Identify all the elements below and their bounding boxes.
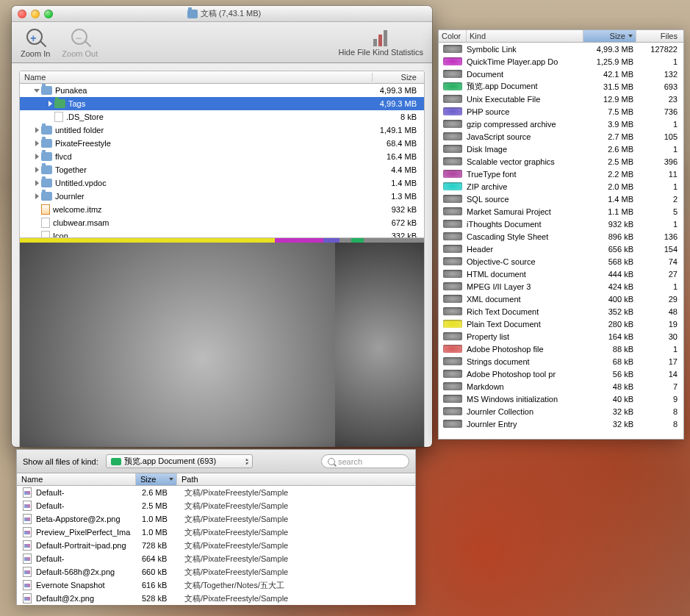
kind-row[interactable]: Symbolic Link4,99.3 MB127822 bbox=[439, 43, 683, 55]
col-size-header[interactable]: Size bbox=[373, 73, 424, 82]
color-swatch bbox=[443, 195, 462, 203]
kind-files: 693 bbox=[636, 82, 683, 91]
tree-row[interactable]: Tags4,99.3 MB bbox=[20, 97, 424, 110]
tree-row[interactable]: Journler1.3 MB bbox=[20, 190, 424, 203]
kind-name: Market Samurai Project bbox=[467, 207, 586, 216]
kind-row[interactable]: 预览.app Document31.5 MB693 bbox=[439, 80, 683, 93]
tree-row[interactable]: Icon332 kB bbox=[20, 229, 424, 238]
kind-row[interactable]: Rich Text Document352 kB48 bbox=[439, 305, 683, 318]
row-size: 932 kB bbox=[373, 205, 424, 214]
kind-row[interactable]: Header656 kB154 bbox=[439, 243, 683, 255]
minimize-icon[interactable] bbox=[31, 10, 40, 18]
list-item[interactable]: Default-Portrait~ipad.png728 kB文稿/Pixate… bbox=[17, 539, 415, 552]
kind-list[interactable]: Symbolic Link4,99.3 MB127822QuickTime Pl… bbox=[439, 43, 683, 439]
kind-header[interactable]: Color Kind Size Files bbox=[439, 30, 683, 43]
kind-row[interactable]: iThoughts Document932 kB1 bbox=[439, 218, 683, 230]
tree-scroll[interactable]: Punakea4,99.3 MBTags4,99.3 MB.DS_Store8 … bbox=[20, 84, 424, 238]
tree-row[interactable]: Untitled.vpdoc1.4 MB bbox=[20, 176, 424, 190]
kind-row[interactable]: MPEG I/II Layer 3424 kB1 bbox=[439, 280, 683, 293]
col-name-header[interactable]: Name bbox=[17, 473, 136, 485]
col-color-header[interactable]: Color bbox=[439, 30, 467, 42]
disclosure-triangle-icon[interactable] bbox=[33, 193, 40, 200]
kind-row[interactable]: Plain Text Document280 kB19 bbox=[439, 318, 683, 330]
file-name: Default- bbox=[36, 554, 139, 563]
tree-row[interactable]: clubwear.msam672 kB bbox=[20, 216, 424, 229]
kind-row[interactable]: Journler Collection32 kB8 bbox=[439, 405, 683, 418]
kind-row[interactable]: SQL source1.4 MB2 bbox=[439, 193, 683, 205]
disclosure-triangle-icon[interactable] bbox=[33, 179, 40, 187]
disclosure-triangle-icon[interactable] bbox=[33, 87, 40, 94]
color-swatch bbox=[443, 57, 462, 65]
tree-row[interactable]: flvcd16.4 MB bbox=[20, 150, 424, 163]
zoom-icon[interactable] bbox=[44, 10, 53, 18]
tree-row[interactable]: Together4.4 MB bbox=[20, 163, 424, 176]
kind-row[interactable]: gzip compressed archive3.9 MB1 bbox=[439, 118, 683, 130]
treemap-block[interactable] bbox=[20, 243, 335, 447]
col-size-header-sorted[interactable]: Size bbox=[583, 30, 636, 42]
col-path-header[interactable]: Path bbox=[177, 473, 415, 485]
lower-file-list[interactable]: Default-2.6 MB文稿/PixateFreestyle/SampleD… bbox=[17, 486, 415, 605]
list-item[interactable]: Evernote Snapshot616 kB文稿/Together/Notes… bbox=[17, 579, 415, 592]
list-item[interactable]: Default-664 kB文稿/PixateFreestyle/Sample bbox=[17, 552, 415, 565]
kind-row[interactable]: Property list164 kB30 bbox=[439, 330, 683, 343]
kind-row[interactable]: HTML document444 kB27 bbox=[439, 268, 683, 280]
disclosure-triangle-icon[interactable] bbox=[33, 166, 40, 173]
kind-row[interactable]: Disk Image2.6 MB1 bbox=[439, 143, 683, 155]
tree-row[interactable]: PixateFreestyle68.4 MB bbox=[20, 137, 424, 150]
kind-row[interactable]: ZIP archive2.0 MB1 bbox=[439, 180, 683, 193]
kind-row[interactable]: Adobe Photoshop tool pr56 kB14 bbox=[439, 368, 683, 380]
kind-name: Header bbox=[467, 245, 586, 254]
list-item[interactable]: Default-2.5 MB文稿/PixateFreestyle/Sample bbox=[17, 499, 415, 512]
col-size-header-sorted[interactable]: Size bbox=[136, 473, 177, 485]
kind-row[interactable]: QuickTime Player.app Do1,25.9 MB1 bbox=[439, 55, 683, 68]
kind-row[interactable]: XML document400 kB29 bbox=[439, 293, 683, 305]
kind-row[interactable]: TrueType font2.2 MB11 bbox=[439, 168, 683, 180]
hide-stats-button[interactable]: Hide File Kind Statistics bbox=[338, 29, 423, 57]
list-item[interactable]: Default@2x.png528 kB文稿/PixateFreestyle/S… bbox=[17, 592, 415, 605]
kind-row[interactable]: Unix Executable File12.9 MB23 bbox=[439, 93, 683, 105]
kind-row[interactable]: Cascading Style Sheet896 kB136 bbox=[439, 230, 683, 243]
titlebar[interactable]: 文稿 (7,43.1 MB) bbox=[12, 6, 432, 22]
kind-row[interactable]: Journler Entry32 kB8 bbox=[439, 418, 683, 430]
kind-row[interactable]: PHP source7.5 MB736 bbox=[439, 105, 683, 118]
list-item[interactable]: Default-568h@2x.png660 kB文稿/PixateFreest… bbox=[17, 565, 415, 579]
kind-files: 1 bbox=[636, 182, 683, 191]
treemap-block[interactable] bbox=[335, 243, 424, 447]
folder-icon bbox=[187, 10, 198, 18]
col-name-header[interactable]: Name bbox=[20, 73, 373, 82]
disclosure-triangle-icon[interactable] bbox=[33, 153, 40, 160]
kind-row[interactable]: Objective-C source568 kB74 bbox=[439, 255, 683, 268]
list-item[interactable]: Default-2.6 MB文稿/PixateFreestyle/Sample bbox=[17, 486, 415, 499]
tree-row[interactable]: .DS_Store8 kB bbox=[20, 110, 424, 123]
kind-size: 31.5 MB bbox=[586, 82, 636, 91]
kind-row[interactable]: JavaScript source2.7 MB105 bbox=[439, 130, 683, 143]
disclosure-triangle-icon[interactable] bbox=[46, 100, 54, 107]
zoom-in-button[interactable]: + Zoom In bbox=[21, 27, 50, 58]
kind-row[interactable]: Strings document68 kB17 bbox=[439, 355, 683, 368]
kind-files: 2 bbox=[636, 195, 683, 204]
search-input[interactable]: search bbox=[321, 454, 409, 468]
disclosure-triangle-icon[interactable] bbox=[33, 140, 40, 147]
kind-row[interactable]: Markdown48 kB7 bbox=[439, 380, 683, 393]
kind-files: 1 bbox=[636, 57, 683, 66]
kind-row[interactable]: MS Windows initialization40 kB9 bbox=[439, 393, 683, 405]
treemap[interactable] bbox=[20, 238, 424, 447]
tree-row[interactable]: Punakea4,99.3 MB bbox=[20, 84, 424, 97]
tree-row[interactable]: welcome.itmz932 kB bbox=[20, 203, 424, 216]
kind-select[interactable]: 预览.app Document (693) bbox=[106, 454, 253, 468]
tree-header[interactable]: Name Size bbox=[20, 71, 424, 84]
files-of-kind-window: Show all files of kind: 预览.app Document … bbox=[16, 449, 416, 605]
lower-header[interactable]: Name Size Path bbox=[17, 473, 415, 486]
kind-row[interactable]: Scalable vector graphics2.5 MB396 bbox=[439, 155, 683, 168]
disclosure-triangle-icon[interactable] bbox=[33, 126, 40, 134]
kind-row[interactable]: Market Samurai Project1.1 MB5 bbox=[439, 205, 683, 218]
close-icon[interactable] bbox=[18, 10, 26, 18]
col-kind-header[interactable]: Kind bbox=[467, 30, 583, 42]
tree-row[interactable]: untitled folder1,49.1 MB bbox=[20, 123, 424, 137]
col-files-header[interactable]: Files bbox=[636, 30, 683, 42]
kind-row[interactable]: Adobe Photoshop file88 kB1 bbox=[439, 343, 683, 355]
folder-icon bbox=[41, 126, 52, 135]
list-item[interactable]: Preview_PixelPerfect_Ima1.0 MB文稿/PixateF… bbox=[17, 526, 415, 539]
list-item[interactable]: Beta-Appstore@2x.png1.0 MB文稿/PixateFrees… bbox=[17, 512, 415, 526]
kind-row[interactable]: Document42.1 MB132 bbox=[439, 68, 683, 80]
